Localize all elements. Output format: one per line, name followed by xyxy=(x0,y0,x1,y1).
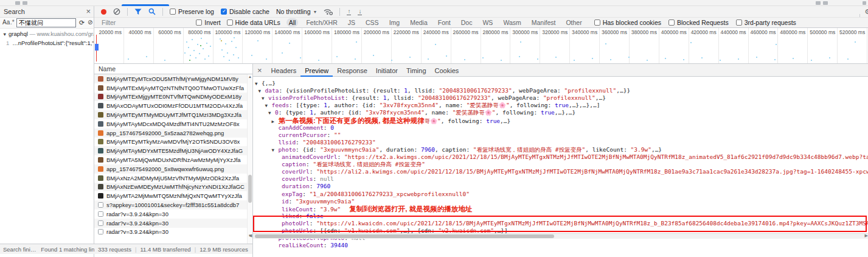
filter-chip-other[interactable]: Other xyxy=(563,18,584,27)
filter-chip-js[interactable]: JS xyxy=(345,18,358,27)
filter-checkbox-blocked-requests[interactable]: Blocked Requests xyxy=(668,19,729,26)
table-row[interactable]: BMjAyMTA5MjQwMDUxNDRfNzAwMzMyMjYyXzJfa xyxy=(94,155,247,164)
scrollbar-thumb[interactable] xyxy=(255,234,554,238)
preview-line[interactable]: canAddComment: 0 xyxy=(272,124,335,132)
scrollbar-thumb[interactable] xyxy=(248,175,252,203)
clear-search-icon[interactable]: ⊘ xyxy=(88,19,92,26)
search-result-group[interactable]: ▼ graphql — www.kuaishou.com/gra… xyxy=(0,29,94,38)
table-row[interactable]: radar?v=3.9.24&kpn=30 xyxy=(94,228,247,237)
preview-line[interactable]: ▼0: {type: 1, author: {id: "3xv78fxycm35… xyxy=(268,109,575,116)
checkbox-icon[interactable] xyxy=(594,19,600,26)
request-list-name-header[interactable]: Name xyxy=(94,64,252,74)
filter-chip-img[interactable]: Img xyxy=(387,18,403,27)
request-dot xyxy=(234,37,235,38)
preview-line[interactable]: ▼feeds: [{type: 1, author: {id: "3xv78fx… xyxy=(265,102,600,109)
table-row[interactable]: BMjAxNzEwMDEyMzUwMThfNjcyNzYxNDI1XzJfaGC xyxy=(94,183,247,192)
tab-cookies[interactable]: Cookies xyxy=(431,64,464,77)
preview-line[interactable]: ▼photo: {id: "3xguuvmmync9aia", duration… xyxy=(272,146,662,153)
details-horizontal-scrollbar[interactable]: ◀ ▶ xyxy=(253,233,868,239)
filter-checkbox-3rd-party-requests[interactable]: 3rd-party requests xyxy=(736,19,796,26)
search-result-line[interactable]: 1…nProfilePhotoList":{"result":1,"ll… xyxy=(0,38,94,48)
filter-chip-doc[interactable]: Doc xyxy=(459,18,475,27)
table-row[interactable]: app_1574675492000_5x5zaa2782wehqg.png xyxy=(94,128,247,138)
table-row[interactable]: BMjAyMTAyMDcxMDQ4MzdfMTI4NTU2MzMzOF8x xyxy=(94,119,247,128)
table-row[interactable]: BMjAxNzA2MDMyMjU5MzVfNTMyMjMzODk2XzJfa xyxy=(94,174,247,183)
preview-line[interactable]: ▶第一条视频:下面还有更多的视频, 都是这种规律哥🌸", following: … xyxy=(272,117,511,124)
preserve-log-checkbox[interactable]: Preserve log xyxy=(170,8,214,15)
filter-chip-css[interactable]: CSS xyxy=(363,18,381,27)
network-search-icon[interactable] xyxy=(148,8,156,15)
table-row[interactable]: BMjAxODAyMTUxODI0MzFfODU1MTM2ODA4XzJfa xyxy=(94,101,247,110)
request-list-scrollbar[interactable]: ▲ ▼ xyxy=(247,74,252,244)
match-case-button[interactable]: Aa xyxy=(2,19,10,26)
tab-headers[interactable]: Headers xyxy=(267,64,301,77)
filter-chip-fetchxhr[interactable]: Fetch/XHR xyxy=(304,18,339,27)
network-conditions-icon[interactable] xyxy=(324,8,333,15)
close-icon[interactable]: × xyxy=(86,7,91,16)
table-row[interactable]: BMjAyMTEyMTMyMDUyMTJfMTQ1MzI3MDg3XzJfa xyxy=(94,110,247,119)
preview-line[interactable]: caption: "看篮球场线宽，猜姐姐的身高 #投篮变身" xyxy=(275,161,425,168)
export-har-icon[interactable]: ↓ xyxy=(358,9,362,15)
scroll-right-icon[interactable]: ▶ xyxy=(865,233,868,238)
preview-line[interactable]: likeCount: "3.9w"复制到浏览器打开, 就是视频的播放地址 xyxy=(275,205,472,213)
tab-timing[interactable]: Timing xyxy=(402,64,431,77)
preview-line[interactable]: coverUrls: null xyxy=(275,175,334,183)
filter-chip-wasm[interactable]: Wasm xyxy=(501,18,523,27)
tab-preview[interactable]: Preview xyxy=(300,64,333,77)
table-row[interactable]: BMjAyMTExMjAyMTQzNTNfNTQ0OTMwOTUwXzFfa xyxy=(94,83,247,93)
search-input[interactable] xyxy=(16,18,76,27)
filter-checkbox-has-blocked-cookies[interactable]: Has blocked cookies xyxy=(594,19,661,26)
preview-line[interactable]: ▼{,…} xyxy=(255,80,276,87)
json-token: coverUrl xyxy=(282,168,310,175)
expand-caret-icon[interactable]: ▼ xyxy=(2,32,7,37)
checkbox-checked-icon[interactable] xyxy=(221,9,227,15)
checkbox-icon[interactable] xyxy=(227,19,233,26)
table-row[interactable]: BMjAyMTA2MjMwMTQ5MzNfMjQxNTQwMTYyXzJfa xyxy=(94,191,247,200)
table-row[interactable]: radar?v=3.9.24&kpn=30 xyxy=(94,209,247,219)
tab-initiator[interactable]: Initiator xyxy=(372,64,402,77)
regex-button[interactable]: .* xyxy=(10,19,15,26)
filter-input[interactable]: Filter xyxy=(102,19,116,26)
filter-chip-ws[interactable]: WS xyxy=(480,18,495,27)
preview-line[interactable]: duration: 7960 xyxy=(275,183,330,190)
invert-checkbox[interactable]: Invert xyxy=(196,19,220,26)
checkbox-icon[interactable] xyxy=(196,19,202,26)
preview-line[interactable]: ▼visionProfilePhotoList: {result: 1, lls… xyxy=(262,94,606,102)
close-details-icon[interactable]: × xyxy=(253,66,267,75)
checkbox-icon[interactable] xyxy=(170,9,176,15)
refresh-icon[interactable]: ⟳ xyxy=(79,19,85,27)
throttling-select[interactable]: No throttling▼ xyxy=(276,8,318,15)
preview-line[interactable]: llsid: "2004831006176279233" xyxy=(272,139,376,146)
preview-line[interactable]: expTag: "1_a/2004831006176279233_xpcwebp… xyxy=(275,191,470,198)
preview-line[interactable]: currentPcursor: "" xyxy=(272,132,341,139)
hide-data-urls-checkbox[interactable]: Hide data URLs xyxy=(227,19,280,26)
settings-gear-icon[interactable]: ⚙ xyxy=(864,8,868,16)
import-har-icon[interactable]: ↑ xyxy=(347,9,351,15)
table-row[interactable]: app_1574675492000_5x8wqwxwfr6uwuq.png xyxy=(94,164,247,174)
filter-chip-font[interactable]: Font xyxy=(436,18,453,27)
preview-line[interactable]: ▼data: {visionProfilePhotoList: {result:… xyxy=(259,87,631,94)
table-row[interactable]: BMjAyMTEyMTkyMzAwMDVfMjY2OTk5NDU3OV8x xyxy=(94,138,247,147)
clear-network-log-icon[interactable] xyxy=(113,8,120,15)
network-overview-timeline[interactable]: 20000 ms40000 ms60000 ms80000 ms100000 m… xyxy=(94,28,868,64)
preview-line[interactable]: id: "3xguuvmmync9aia" xyxy=(275,198,355,205)
scroll-up-icon[interactable]: ▲ xyxy=(248,75,252,79)
table-row[interactable]: BMjAyMTEyMTcxODU5MThfMjYwMjgyNDM1MV8y xyxy=(94,74,247,83)
scroll-left-icon[interactable]: ◀ xyxy=(249,233,252,238)
disable-cache-checkbox[interactable]: Disable cache xyxy=(221,8,269,15)
tab-response[interactable]: Response xyxy=(333,64,372,77)
checkbox-icon[interactable] xyxy=(668,19,675,26)
filter-chip-manifest[interactable]: Manifest xyxy=(529,18,558,27)
table-row[interactable]: BMjAyMTExMjgyMTE0NTVfMTQwNDMyODExM18y xyxy=(94,93,247,102)
checkbox-icon[interactable] xyxy=(736,19,742,26)
filter-chip-media[interactable]: Media xyxy=(408,18,430,27)
filter-funnel-icon[interactable] xyxy=(134,9,142,15)
filter-chip-all[interactable]: All xyxy=(286,18,299,27)
preview-line[interactable]: realLikeCount: 39440 xyxy=(272,242,348,249)
table-row[interactable]: BMjAyMTAyMDYxMTE5MzdfMjU3NjAwODY4XzJfaG xyxy=(94,146,247,155)
table-row[interactable]: radar?v=3.9.24&kpn=30 xyxy=(94,219,247,228)
preview-line[interactable]: animatedCoverUrl: "https://tx2.a.kwimgs.… xyxy=(275,153,868,161)
preview-line[interactable]: coverUrl: "https://ali2.a.kwimgs.com/upi… xyxy=(275,168,868,175)
record-button[interactable] xyxy=(101,9,106,15)
table-row[interactable]: s?appkey=10001001&seckey=f2fff381c551a8d… xyxy=(94,200,247,209)
